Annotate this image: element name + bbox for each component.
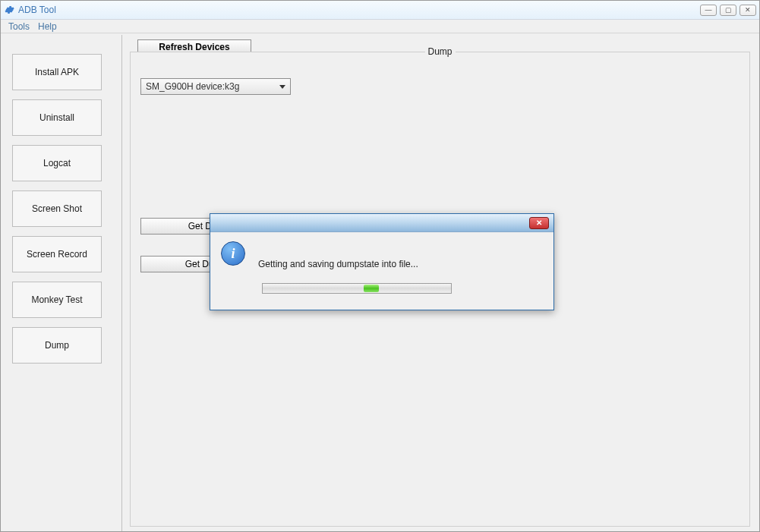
device-select-value: SM_G900H device:k3g: [146, 81, 239, 92]
dialog-message: Getting and saving dumpstate into file..…: [258, 259, 418, 269]
sidebar-screen-shot[interactable]: Screen Shot: [12, 190, 102, 227]
progress-bar: [262, 283, 452, 294]
sidebar: Install APK Uninstall Logcat Screen Shot…: [1, 35, 122, 531]
menu-tools[interactable]: Tools: [5, 21, 33, 32]
sidebar-screen-record[interactable]: Screen Record: [12, 236, 102, 272]
dialog-body: i Getting and saving dumpstate into file…: [210, 232, 553, 310]
close-icon: ✕: [536, 219, 542, 227]
titlebar-left: ADB Tool: [4, 5, 56, 15]
dialog-close-button[interactable]: ✕: [529, 217, 549, 229]
maximize-icon: ▢: [725, 6, 732, 14]
sidebar-item-label: Monkey Test: [31, 294, 82, 305]
chevron-down-icon: [279, 85, 285, 89]
sidebar-uninstall[interactable]: Uninstall: [12, 99, 102, 136]
sidebar-item-label: Logcat: [43, 158, 71, 168]
window-title: ADB Tool: [18, 5, 56, 15]
sidebar-item-label: Screen Shot: [32, 203, 82, 214]
minimize-button[interactable]: —: [700, 5, 717, 16]
progress-marquee: [364, 285, 379, 292]
sidebar-item-label: Uninstall: [39, 112, 74, 123]
dialog-titlebar: ✕: [210, 214, 553, 232]
device-select[interactable]: SM_G900H device:k3g: [140, 78, 291, 95]
sidebar-dump[interactable]: Dump: [12, 327, 102, 364]
titlebar: ADB Tool — ▢ ✕: [1, 1, 759, 20]
menu-help[interactable]: Help: [35, 21, 60, 32]
sidebar-install-apk[interactable]: Install APK: [12, 54, 102, 90]
close-window-button[interactable]: ✕: [740, 5, 756, 16]
sidebar-monkey-test[interactable]: Monkey Test: [12, 282, 102, 318]
sidebar-item-label: Install APK: [35, 67, 79, 77]
sidebar-item-label: Screen Record: [27, 249, 87, 260]
app-window: ADB Tool — ▢ ✕ Tools Help Install APK Un…: [0, 0, 760, 532]
progress-dialog: ✕ i Getting and saving dumpstate into fi…: [210, 213, 554, 310]
gear-icon: [4, 5, 14, 15]
fieldset-legend: Dump: [424, 46, 455, 57]
refresh-devices-label: Refresh Devices: [159, 42, 229, 52]
sidebar-item-label: Dump: [45, 340, 69, 351]
menubar: Tools Help: [1, 20, 759, 33]
sidebar-logcat[interactable]: Logcat: [12, 145, 102, 181]
minimize-icon: —: [705, 6, 712, 14]
close-icon: ✕: [745, 6, 751, 14]
window-controls: — ▢ ✕: [700, 5, 756, 16]
maximize-button[interactable]: ▢: [720, 5, 736, 16]
info-icon: i: [221, 241, 245, 266]
